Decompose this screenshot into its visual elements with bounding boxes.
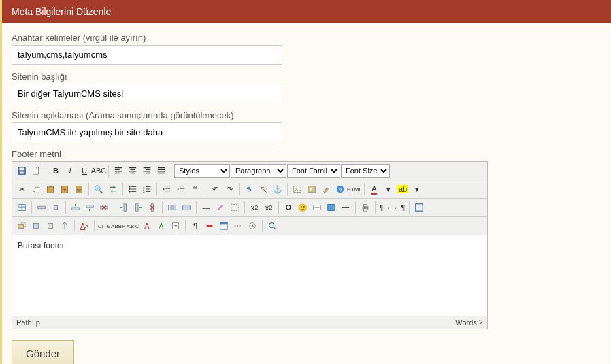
keywords-input[interactable] bbox=[12, 45, 282, 65]
svg-rect-29 bbox=[124, 204, 127, 212]
backcolor-menu-icon[interactable]: ▾ bbox=[410, 182, 424, 196]
site-title-input[interactable] bbox=[12, 84, 282, 103]
attribs-icon[interactable]: ≡ bbox=[169, 219, 182, 233]
movebackward-icon[interactable] bbox=[44, 219, 57, 233]
forecolor-icon[interactable]: A bbox=[367, 182, 381, 196]
subscript-icon[interactable]: x2 bbox=[248, 201, 261, 214]
image-icon[interactable] bbox=[291, 182, 304, 196]
font-family-select[interactable]: Font Family bbox=[287, 164, 340, 178]
undo-icon[interactable]: ↶ bbox=[208, 182, 222, 196]
absolute-icon[interactable] bbox=[58, 219, 71, 233]
col-before-icon[interactable] bbox=[117, 201, 131, 214]
outdent-icon[interactable] bbox=[160, 182, 174, 196]
insertlayer-icon[interactable] bbox=[15, 219, 29, 233]
blockquote-icon[interactable]: ❝ bbox=[188, 182, 202, 196]
bullet-list-icon[interactable] bbox=[126, 182, 139, 196]
copy-icon[interactable] bbox=[29, 182, 43, 196]
merge-cells-icon[interactable] bbox=[180, 201, 193, 214]
row-before-icon[interactable] bbox=[69, 201, 82, 214]
align-justify-icon[interactable] bbox=[154, 164, 168, 178]
svg-point-52 bbox=[269, 223, 274, 228]
template-icon[interactable] bbox=[217, 219, 231, 233]
styles-select[interactable]: Styles bbox=[174, 164, 230, 178]
fullscreen-icon[interactable] bbox=[412, 201, 426, 214]
strikethrough-icon[interactable]: ABC bbox=[92, 164, 105, 178]
svg-rect-41 bbox=[416, 204, 423, 212]
svg-text:3: 3 bbox=[143, 190, 145, 193]
acronym-icon[interactable]: A.B.C bbox=[126, 219, 139, 233]
preview-icon[interactable] bbox=[265, 219, 279, 233]
cite-icon[interactable]: CITE bbox=[97, 219, 111, 233]
site-desc-input[interactable] bbox=[12, 122, 282, 142]
media-icon[interactable] bbox=[305, 182, 318, 196]
save-icon[interactable] bbox=[15, 164, 29, 178]
svg-rect-40 bbox=[363, 209, 367, 212]
forecolor-menu-icon[interactable]: ▾ bbox=[382, 182, 395, 196]
remove-format-icon[interactable] bbox=[214, 201, 227, 214]
nonbreaking-icon[interactable] bbox=[203, 219, 216, 233]
cut-icon[interactable]: ✂ bbox=[15, 182, 29, 196]
styleprops-icon[interactable]: AA bbox=[78, 219, 91, 233]
iespell-icon[interactable] bbox=[310, 201, 324, 214]
redo-icon[interactable]: ↷ bbox=[222, 182, 236, 196]
superscript-icon[interactable]: x2 bbox=[262, 201, 276, 214]
paste-word-icon[interactable]: W bbox=[72, 182, 86, 196]
submit-button[interactable]: Gönder bbox=[12, 340, 74, 364]
col-after-icon[interactable] bbox=[131, 201, 145, 214]
print-icon[interactable] bbox=[359, 201, 372, 214]
editor-content[interactable]: Burası footer bbox=[12, 235, 487, 316]
svg-rect-39 bbox=[363, 205, 367, 207]
ltr-icon[interactable]: ¶→ bbox=[378, 201, 392, 214]
row-props-icon[interactable] bbox=[35, 201, 48, 214]
row-after-icon[interactable] bbox=[83, 201, 97, 214]
row-delete-icon[interactable] bbox=[97, 201, 111, 214]
charmap-icon[interactable]: Ω bbox=[282, 201, 295, 214]
restoredraft-icon[interactable] bbox=[246, 219, 259, 233]
indent-icon[interactable] bbox=[174, 182, 188, 196]
editor-wordcount: Words:2 bbox=[455, 318, 483, 327]
help-icon[interactable]: ? bbox=[333, 182, 347, 196]
media2-icon[interactable] bbox=[325, 201, 338, 214]
col-delete-icon[interactable] bbox=[146, 201, 159, 214]
separator bbox=[205, 183, 205, 195]
anchor-icon[interactable]: ⚓ bbox=[271, 182, 284, 196]
find-icon[interactable]: 🔍 bbox=[92, 182, 105, 196]
replace-icon[interactable] bbox=[106, 182, 120, 196]
link-icon[interactable] bbox=[242, 182, 256, 196]
paragraph-select[interactable]: Paragraph bbox=[231, 164, 286, 178]
paste-text-icon[interactable]: T bbox=[58, 182, 71, 196]
editor-text: Burası footer bbox=[18, 241, 65, 250]
svg-rect-25 bbox=[54, 205, 57, 209]
cleanup-icon[interactable] bbox=[319, 182, 333, 196]
bold-icon[interactable]: B bbox=[49, 164, 63, 178]
align-center-icon[interactable] bbox=[126, 164, 139, 178]
backcolor-icon[interactable]: ab bbox=[396, 182, 410, 196]
emoticons-icon[interactable]: 🙂 bbox=[296, 201, 310, 214]
svg-point-13 bbox=[129, 188, 131, 190]
ins-icon[interactable]: A bbox=[154, 219, 168, 233]
visualchars-icon[interactable]: ¶ bbox=[188, 219, 202, 233]
del-icon[interactable]: A bbox=[140, 219, 154, 233]
abbr-icon[interactable]: ABBR bbox=[112, 219, 125, 233]
italic-icon[interactable]: I bbox=[63, 164, 77, 178]
separator bbox=[171, 165, 171, 177]
split-cells-icon[interactable] bbox=[165, 201, 179, 214]
newdoc-icon[interactable] bbox=[29, 164, 43, 178]
underline-icon[interactable]: U bbox=[78, 164, 91, 178]
unlink-icon[interactable] bbox=[257, 182, 270, 196]
paste-icon[interactable] bbox=[44, 182, 57, 196]
pagebreak-icon[interactable] bbox=[231, 219, 245, 233]
numbered-list-icon[interactable]: 123 bbox=[140, 182, 154, 196]
rtl-icon[interactable]: ←¶ bbox=[393, 201, 406, 214]
advhr-icon[interactable] bbox=[339, 201, 352, 214]
hr-icon[interactable]: — bbox=[199, 201, 213, 214]
font-size-select[interactable]: Font Size bbox=[341, 164, 390, 178]
table-icon[interactable] bbox=[15, 201, 29, 214]
moveforward-icon[interactable] bbox=[29, 219, 43, 233]
svg-text:T: T bbox=[63, 188, 66, 193]
cell-props-icon[interactable] bbox=[49, 201, 63, 214]
align-left-icon[interactable] bbox=[112, 164, 125, 178]
align-right-icon[interactable] bbox=[140, 164, 154, 178]
visual-aid-icon[interactable] bbox=[228, 201, 242, 214]
code-icon[interactable]: HTML bbox=[348, 182, 361, 196]
